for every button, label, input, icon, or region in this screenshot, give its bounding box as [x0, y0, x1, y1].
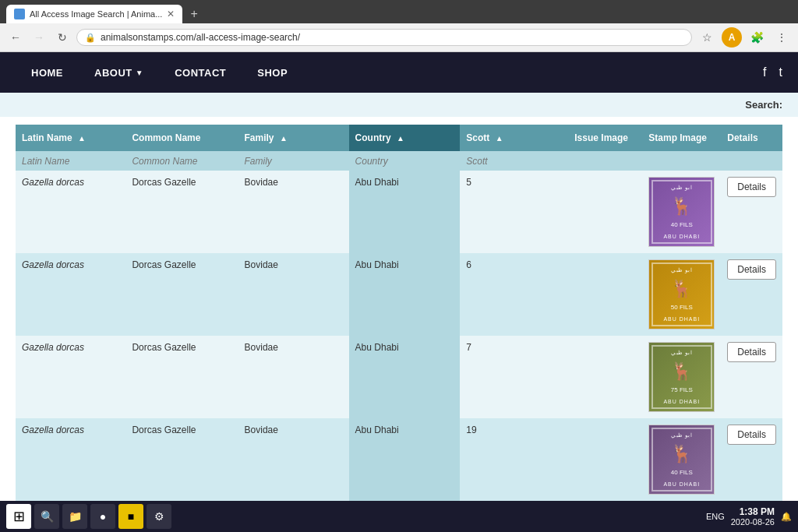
cell-common-name: Dorcas Gazelle	[125, 171, 238, 253]
extensions-button[interactable]: 🧩	[747, 27, 767, 48]
stamp-value-text: 40 FILS	[671, 221, 693, 228]
filter-country-input[interactable]	[355, 156, 454, 167]
cell-scott: 7	[460, 336, 568, 418]
details-button[interactable]: Details	[727, 177, 776, 197]
stamp-thumbnail: ابو ظبي 🦌 50 FILS ABU DHABI	[648, 259, 715, 329]
col-family[interactable]: Family ▲	[238, 125, 349, 151]
cell-details: Details	[721, 171, 782, 253]
tab-close-button[interactable]: ✕	[167, 9, 175, 19]
stamp-gazelle-icon: 🦌	[671, 361, 692, 382]
col-details[interactable]: Details	[721, 125, 782, 151]
filter-family[interactable]	[238, 151, 349, 171]
taskbar-yellow[interactable]: ■	[118, 504, 143, 509]
start-button[interactable]: ⊞	[6, 504, 31, 509]
bookmark-button[interactable]: ☆	[697, 27, 717, 48]
stamp-value-text: 50 FILS	[671, 304, 693, 311]
table-row: Gazella dorcas Dorcas Gazelle Bovidae Ab…	[16, 418, 782, 501]
profile-icon[interactable]: A	[722, 27, 742, 48]
col-scott[interactable]: Scott ▲	[460, 125, 568, 151]
search-label: Search:	[745, 99, 782, 111]
table-header-row: Latin Name ▲ Common Name Family ▲ Countr…	[16, 125, 782, 151]
taskbar-search[interactable]: 🔍	[34, 504, 59, 509]
cell-stamp-image: ابو ظبي 🦌 75 FILS ABU DHABI	[642, 336, 721, 418]
stamp-top-arabic: ابو ظبي	[671, 350, 692, 356]
stamp-top-arabic: ابو ظبي	[671, 185, 692, 191]
tab-title: All Access Image Search | Anima...	[30, 9, 162, 19]
browser-toolbar: ← → ↻ 🔒 animalsonstamps.com/all-access-i…	[0, 23, 798, 52]
filter-country[interactable]	[349, 151, 461, 171]
stamp-country-text: ABU DHABI	[663, 316, 700, 322]
filter-scott[interactable]	[460, 151, 568, 171]
cell-scott: 19	[460, 418, 568, 501]
taskbar-extra[interactable]: ⚙	[147, 504, 171, 509]
details-button[interactable]: Details	[727, 342, 776, 362]
search-area: Search:	[0, 93, 798, 117]
cell-family: Bovidae	[238, 171, 349, 253]
col-issue-image[interactable]: Issue Image	[568, 125, 642, 151]
nav-shop[interactable]: SHOP	[242, 52, 303, 93]
filter-latin[interactable]	[16, 151, 125, 171]
col-stamp-image[interactable]: Stamp Image	[642, 125, 721, 151]
filter-details	[721, 151, 782, 171]
taskbar-clock: 1:38 PM 2020-08-26	[731, 506, 775, 509]
table-row: Gazella dorcas Dorcas Gazelle Bovidae Ab…	[16, 171, 782, 253]
stamp-top-arabic: ابو ظبي	[671, 432, 692, 439]
cell-country: Abu Dhabi	[349, 418, 461, 501]
col-latin-name[interactable]: Latin Name ▲	[16, 125, 125, 151]
lock-icon: 🔒	[85, 33, 96, 43]
stamp-thumbnail: ابو ظبي 🦌 75 FILS ABU DHABI	[648, 342, 715, 412]
browser-chrome: All Access Image Search | Anima... ✕ + ←…	[0, 0, 798, 52]
new-tab-button[interactable]: +	[185, 7, 202, 21]
address-bar[interactable]: 🔒 animalsonstamps.com/all-access-image-s…	[76, 29, 692, 46]
cell-latin-name: Gazella dorcas	[16, 171, 125, 253]
table-row: Gazella dorcas Dorcas Gazelle Bovidae Ab…	[16, 253, 782, 336]
nav-about[interactable]: ABOUT ▼	[79, 52, 159, 93]
cell-common-name: Dorcas Gazelle	[125, 418, 238, 501]
back-button[interactable]: ←	[6, 28, 25, 47]
stamp-inner: ابو ظبي 🦌 50 FILS ABU DHABI	[651, 262, 712, 326]
table-body: Gazella dorcas Dorcas Gazelle Bovidae Ab…	[16, 171, 782, 501]
main-content: Latin Name ▲ Common Name Family ▲ Countr…	[0, 117, 798, 509]
forward-button[interactable]: →	[30, 28, 48, 47]
filter-common[interactable]	[125, 151, 238, 171]
table-row: Gazella dorcas Dorcas Gazelle Bovidae Ab…	[16, 336, 782, 418]
stamp-gazelle-icon: 🦌	[671, 196, 692, 217]
facebook-icon[interactable]: f	[763, 65, 766, 79]
filter-scott-input[interactable]	[466, 156, 562, 167]
stamp-value-text: 40 FILS	[671, 469, 693, 476]
cell-details: Details	[721, 253, 782, 336]
cell-latin-name: Gazella dorcas	[16, 336, 125, 418]
clock-time: 1:38 PM	[731, 506, 775, 509]
filter-family-input[interactable]	[245, 156, 343, 167]
stamp-thumbnail: ابو ظبي 🦌 40 FILS ABU DHABI	[648, 177, 715, 247]
browser-tab[interactable]: All Access Image Search | Anima... ✕	[6, 5, 182, 23]
stamp-gazelle-icon: 🦌	[671, 279, 692, 299]
stamp-inner: ابو ظبي 🦌 40 FILS ABU DHABI	[651, 428, 712, 491]
twitter-icon[interactable]: t	[779, 65, 782, 79]
taskbar-files[interactable]: 📁	[62, 504, 87, 509]
cell-country: Abu Dhabi	[349, 336, 461, 418]
col-common-name[interactable]: Common Name	[125, 125, 238, 151]
cell-stamp-image: ابو ظبي 🦌 40 FILS ABU DHABI	[642, 171, 721, 253]
latin-sort-arrow: ▲	[78, 134, 86, 143]
cell-scott: 5	[460, 171, 568, 253]
stamp-thumbnail: ابو ظبي 🦌 40 FILS ABU DHABI	[648, 425, 715, 495]
nav-home[interactable]: HOME	[16, 52, 79, 93]
menu-button[interactable]: ⋮	[772, 27, 792, 48]
filter-stamp	[642, 151, 721, 171]
filter-latin-input[interactable]	[22, 156, 119, 167]
stamp-gazelle-icon: 🦌	[671, 444, 692, 464]
taskbar-chrome[interactable]: ●	[90, 504, 115, 509]
details-button[interactable]: Details	[727, 259, 776, 280]
stamp-country-text: ABU DHABI	[663, 481, 700, 487]
cell-details: Details	[721, 418, 782, 501]
filter-common-input[interactable]	[132, 156, 231, 167]
refresh-button[interactable]: ↻	[53, 28, 72, 47]
details-button[interactable]: Details	[727, 425, 776, 445]
nav-contact[interactable]: CONTACT	[159, 52, 242, 93]
col-country[interactable]: Country ▲	[349, 125, 461, 151]
about-dropdown-arrow: ▼	[136, 69, 143, 77]
cell-latin-name: Gazella dorcas	[16, 253, 125, 336]
stamp-country-text: ABU DHABI	[663, 399, 700, 404]
stamp-top-arabic: ابو ظبي	[671, 267, 692, 273]
